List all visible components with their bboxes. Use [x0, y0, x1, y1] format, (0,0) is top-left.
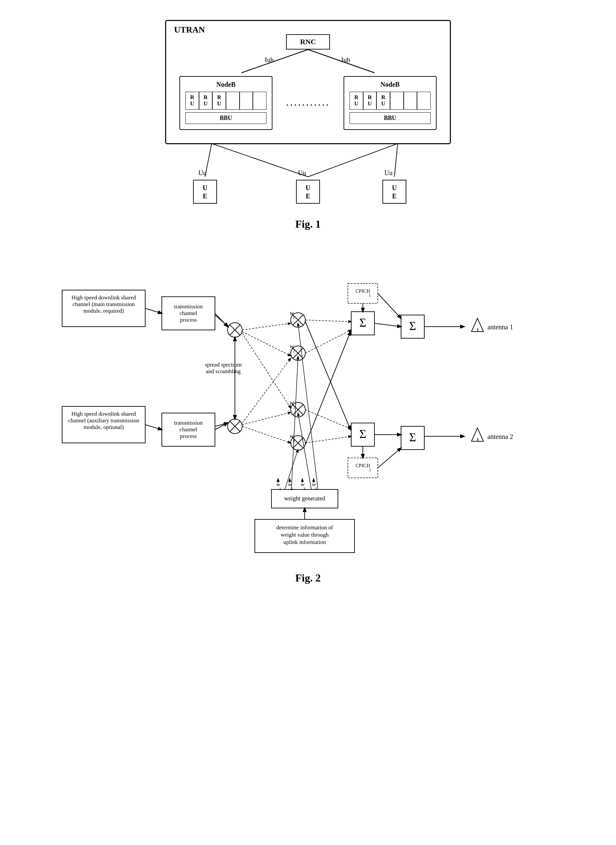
svg-text:module,  optional): module, optional): [84, 424, 124, 430]
nodeb2-bbu: BBU: [349, 112, 431, 124]
svg-line-98: [378, 293, 401, 318]
svg-text:Σ: Σ: [409, 319, 416, 333]
svg-rect-17: [383, 180, 406, 203]
svg-text:High speed downlink shared: High speed downlink shared: [72, 411, 136, 417]
svg-line-84: [305, 332, 351, 445]
svg-text:2: 2: [369, 468, 371, 472]
svg-rect-14: [296, 180, 320, 203]
svg-text:1: 1: [279, 487, 281, 491]
svg-text:module,  required): module, required): [84, 308, 124, 314]
svg-rect-11: [194, 180, 217, 203]
svg-line-83: [305, 322, 351, 430]
svg-text:Iub: Iub: [265, 56, 274, 63]
rru2-cell1: RU: [349, 92, 363, 110]
svg-text:process: process: [180, 433, 197, 439]
svg-text:2: 2: [291, 487, 293, 491]
svg-text:U: U: [203, 184, 207, 191]
nodeb2-rru-row: RU RU RU: [349, 92, 431, 110]
svg-text:channel: channel: [180, 426, 197, 433]
svg-line-117: [291, 356, 298, 490]
iub-line-area: Iub Iub: [179, 50, 437, 76]
nodeb2-box: NodeB RU RU RU BBU: [343, 76, 437, 130]
svg-text:and scrambling: and scrambling: [206, 368, 241, 374]
svg-text:weight value through: weight value through: [281, 532, 329, 538]
svg-text:Σ: Σ: [409, 431, 416, 444]
utran-box: UTRAN RNC Iub Iub: [165, 20, 451, 144]
svg-line-118: [298, 413, 311, 490]
svg-line-48: [215, 423, 227, 430]
fig2-svg: High speed downlink shared channel (main…: [59, 264, 557, 563]
svg-line-0: [242, 50, 308, 73]
svg-text:spread spectrum: spread spectrum: [205, 361, 242, 368]
svg-text:transmission: transmission: [174, 420, 203, 426]
rru2-empty2: [404, 92, 417, 110]
svg-text:U: U: [392, 184, 397, 191]
svg-text:E: E: [203, 192, 207, 200]
svg-line-74: [242, 358, 291, 423]
svg-text:CPICH: CPICH: [355, 288, 370, 294]
svg-line-100: [378, 448, 401, 468]
svg-text:3: 3: [293, 405, 295, 410]
svg-text:process: process: [180, 317, 197, 323]
svg-line-132: [145, 308, 162, 313]
page-container: UTRAN RNC Iub Iub: [0, 0, 616, 845]
svg-text:E: E: [392, 192, 396, 200]
svg-text:determine information of: determine information of: [276, 524, 333, 531]
svg-line-97: [374, 323, 401, 327]
svg-line-70: [242, 332, 291, 356]
svg-text:channel (auxiliary transmissio: channel (auxiliary transmission: [68, 417, 139, 424]
svg-text:2: 2: [293, 348, 295, 353]
svg-text:CPICH: CPICH: [355, 463, 370, 468]
rru1-empty3: [253, 92, 267, 110]
rru1-cell2: RU: [199, 92, 213, 110]
svg-text:Uu: Uu: [384, 169, 392, 176]
svg-text:Σ: Σ: [359, 316, 367, 329]
nodeb-row: NodeB RU RU RU BBU ...........: [179, 76, 437, 130]
fig1-caption: Fig. 1: [295, 218, 321, 230]
rru1-cell3: RU: [212, 92, 226, 110]
svg-text:Uu: Uu: [298, 169, 306, 176]
svg-line-80: [305, 330, 351, 353]
rnc-box: RNC: [286, 34, 330, 50]
rru2-cell3: RU: [377, 92, 390, 110]
svg-line-72: [242, 426, 291, 443]
svg-text:3: 3: [304, 487, 305, 491]
fig2-section: High speed downlink shared channel (main…: [59, 264, 557, 584]
svg-text:uplink information: uplink information: [283, 539, 326, 545]
svg-text:High speed downlink shared: High speed downlink shared: [72, 294, 136, 301]
svg-text:weight generated: weight generated: [284, 495, 325, 502]
nodeb2-label: NodeB: [349, 81, 431, 88]
fig1-diagram: UTRAN RNC Iub Iub: [165, 20, 451, 210]
svg-line-73: [242, 333, 291, 408]
svg-text:E: E: [306, 192, 310, 200]
rru2-cell2: RU: [363, 92, 377, 110]
utran-label: UTRAN: [174, 25, 205, 35]
rru1-empty2: [239, 92, 253, 110]
fig2-caption: Fig. 2: [295, 572, 321, 584]
svg-text:antenna 1: antenna 1: [487, 323, 513, 331]
nodeb1-bbu: BBU: [185, 112, 267, 124]
nodeb1-rru-row: RU RU RU: [185, 92, 267, 110]
svg-text:4: 4: [315, 487, 317, 491]
svg-text:channel: channel: [180, 310, 197, 316]
svg-line-5: [212, 144, 308, 177]
nodeb1-box: NodeB RU RU RU BBU: [179, 76, 273, 130]
fig1-lower-svg: Uu Uu Uu U E U E U E: [165, 144, 451, 210]
svg-text:1: 1: [369, 293, 371, 298]
svg-text:Uu: Uu: [198, 169, 206, 176]
svg-line-79: [305, 320, 351, 322]
svg-text:channel (main transmission: channel (main transmission: [73, 301, 135, 307]
iub-svg: Iub Iub: [208, 50, 408, 76]
svg-line-134: [215, 315, 228, 327]
dots-separator: ...........: [286, 76, 330, 108]
fig2-diagram: High speed downlink shared channel (main…: [59, 264, 557, 563]
svg-text:1: 1: [293, 315, 295, 320]
svg-line-81: [305, 410, 351, 429]
svg-line-69: [242, 323, 291, 330]
rru1-cell1: RU: [185, 92, 199, 110]
fig1-section: UTRAN RNC Iub Iub: [158, 20, 458, 230]
svg-text:Iub: Iub: [341, 56, 350, 63]
rru2-empty1: [390, 92, 404, 110]
svg-text:Σ: Σ: [359, 427, 367, 441]
rru1-empty1: [226, 92, 239, 110]
